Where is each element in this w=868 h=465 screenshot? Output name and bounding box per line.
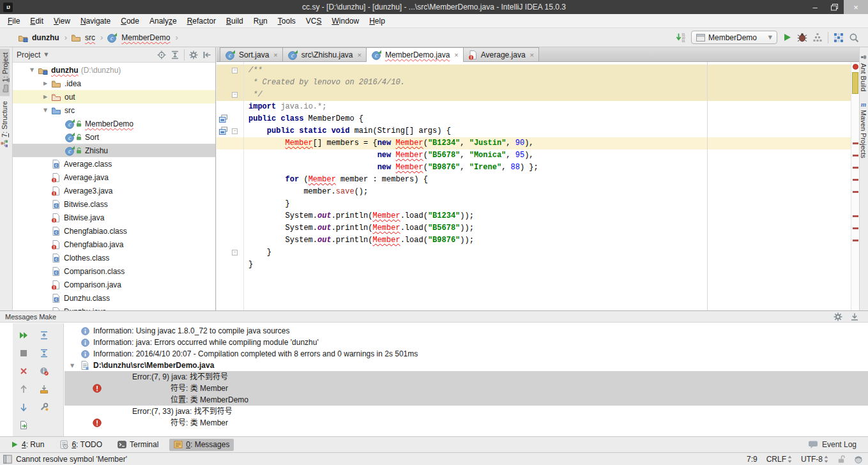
collapse-all-icon[interactable] (171, 50, 179, 59)
tree-item-average3-java[interactable]: Average3.java (13, 184, 215, 197)
minimize-button[interactable]: – (805, 0, 825, 14)
gear-icon[interactable] (189, 50, 198, 59)
tree-item-clothes-class[interactable]: cClothes.class (13, 251, 215, 264)
tree-item-sort[interactable]: cSort (13, 130, 215, 144)
menu-item-vcs[interactable]: VCS (301, 15, 327, 27)
error-stripe-mark[interactable] (853, 191, 858, 193)
changes-grid-icon[interactable] (834, 33, 844, 43)
editor-tab-memberdemo-java[interactable]: cMemberDemo.java× (366, 47, 464, 62)
editor-tab-src-zhishu-java[interactable]: csrc\Zhishu.java× (282, 47, 367, 61)
export-button[interactable] (18, 419, 29, 431)
chevron-down-icon[interactable]: ▼ (44, 52, 48, 57)
tool-strip-tab-project[interactable]: 1: Project (0, 49, 10, 96)
code-line[interactable]: new Member("B5678", "Monica", 95), (217, 149, 859, 162)
tree-expanded-arrow-icon[interactable]: ▼ (68, 363, 76, 369)
coverage-button[interactable] (812, 33, 823, 42)
code-line[interactable]: member.save(); (217, 186, 859, 198)
rerun-button[interactable] (18, 330, 29, 341)
tool-strip-tab-maven-projects[interactable]: mMaven Projects (860, 98, 867, 162)
tree-item-src[interactable]: ▼src (13, 103, 215, 117)
editor-body[interactable]: −/** * Created by lenovo on 2016/4/10.− … (217, 62, 859, 310)
tree-item-memberdemo[interactable]: cMemberDemo (13, 117, 215, 130)
error-stripe-mark[interactable] (853, 155, 858, 156)
error-indicator-icon[interactable] (853, 64, 858, 70)
code-line[interactable]: public class MemberDemo { (217, 113, 859, 125)
code-line[interactable]: System.out.println(Member.load("B9876"))… (217, 234, 859, 247)
locate-icon[interactable] (157, 50, 166, 59)
stop-button[interactable] (18, 347, 29, 359)
tree-item-chengfabiao-class[interactable]: cChengfabiao.class (13, 224, 215, 238)
tool-strip-tab-structure[interactable]: 7: Structure (0, 97, 9, 151)
code-line[interactable]: } (217, 259, 859, 271)
restore-button[interactable] (825, 0, 844, 14)
tree-item-zhishu[interactable]: cZhishu (13, 144, 215, 157)
close-tab-icon[interactable]: × (273, 51, 277, 59)
tree-item-bitwise-class[interactable]: cBitwise.class (13, 197, 215, 211)
previous-message-button[interactable] (18, 383, 29, 395)
code-line[interactable]: − public static void main(String[] args)… (217, 125, 859, 137)
code-line[interactable]: Member[] members = {new Member("B1234", … (217, 137, 859, 149)
implemented-marker-icon[interactable] (218, 114, 228, 123)
menu-item-navigate[interactable]: Navigate (75, 15, 116, 27)
tree-item-bitwise-java[interactable]: Bitwise.java (13, 211, 215, 224)
toggle-toolwindows-icon[interactable] (3, 455, 12, 464)
message-error-node[interactable]: Error:(7, 33) java: 找不到符号符号: 类 Member (65, 406, 868, 429)
breadcrumb-item-memberdemo[interactable]: MemberDemo (121, 33, 170, 42)
collapse-all-button[interactable] (38, 347, 50, 359)
gear-icon[interactable] (834, 312, 842, 321)
menu-item-run[interactable]: Run (248, 15, 273, 27)
export-to-file-button[interactable] (38, 383, 50, 395)
tree-item-dunzhu-class[interactable]: cDunzhu.class (13, 291, 215, 305)
implemented-marker-icon[interactable] (218, 126, 228, 135)
tree-item-average-java[interactable]: Average.java (13, 171, 215, 184)
search-icon[interactable] (849, 33, 859, 43)
caret-position[interactable]: 7:9 (747, 455, 758, 464)
tree-item--idea[interactable]: ▶.idea (13, 77, 215, 90)
close-tab-icon[interactable]: × (454, 51, 458, 59)
menu-item-help[interactable]: Help (364, 15, 390, 27)
tree-expanded-arrow-icon[interactable]: ▼ (40, 107, 50, 113)
error-stripe[interactable] (851, 62, 859, 310)
code-line[interactable]: } (217, 198, 859, 210)
tree-item-out[interactable]: ▶out (13, 90, 215, 103)
fold-marker-icon[interactable]: − (232, 92, 238, 98)
tree-expanded-arrow-icon[interactable]: ▼ (27, 67, 37, 73)
editor-tab-average-java[interactable]: Average.java× (463, 47, 539, 61)
settings-button[interactable] (38, 401, 50, 413)
next-message-button[interactable] (18, 401, 29, 413)
code-line[interactable]: for (Member member : members) { (217, 174, 859, 186)
breadcrumb-item-dunzhu[interactable]: dunzhu (32, 33, 59, 42)
code-line[interactable]: System.out.println(Member.load("B1234"))… (217, 210, 859, 222)
tree-item-average-class[interactable]: cAverage.class (13, 157, 215, 171)
code-line[interactable]: import java.io.*; (217, 101, 859, 113)
hide-info-button[interactable] (38, 365, 50, 377)
tree-item-dunzhu-java[interactable]: Dunzhu.java (13, 305, 215, 310)
toolwindow-button-6--todo[interactable]: 6: TODO (55, 439, 107, 451)
hide-window-icon[interactable] (850, 312, 859, 321)
tree-item-chengfabiao-java[interactable]: Chengfabiao.java (13, 238, 215, 251)
tool-strip-tab-ant-build[interactable]: Ant Build (860, 50, 867, 95)
code-line[interactable]: System.out.println(Member.load("B5678"))… (217, 222, 859, 234)
hide-panel-icon[interactable] (202, 50, 211, 59)
debug-button[interactable] (797, 33, 807, 42)
menu-item-view[interactable]: View (49, 15, 75, 27)
close-tab-icon[interactable]: × (530, 51, 534, 59)
expand-all-button[interactable] (38, 330, 50, 341)
code-line[interactable]: − */ (217, 89, 859, 101)
unlock-icon[interactable] (837, 455, 845, 464)
fold-marker-icon[interactable]: − (232, 250, 238, 255)
tree-item-comparison-class[interactable]: cComparison.class (13, 264, 215, 278)
toolwindow-button-4--run[interactable]: 4: Run (6, 439, 49, 451)
message-error-node[interactable]: Error:(7, 9) java: 找不到符号符号: 类 Member位置: … (65, 371, 868, 406)
code-line[interactable]: −/** (217, 65, 859, 77)
error-stripe-mark[interactable] (853, 227, 858, 229)
tree-item-dunzhu[interactable]: ▼dunzhu(D:\dunzhu) (13, 63, 215, 77)
menu-item-tools[interactable]: Tools (273, 15, 301, 27)
tree-collapsed-arrow-icon[interactable]: ▶ (40, 94, 50, 100)
fold-marker-icon[interactable]: − (232, 68, 238, 73)
message-info-row[interactable]: Information: 2016/4/10 20:07 - Compilati… (65, 348, 868, 360)
scrollbar-thumb[interactable] (852, 72, 858, 94)
code-line[interactable]: − } (217, 247, 859, 259)
hector-inspector-icon[interactable] (854, 455, 863, 464)
code-line[interactable]: * Created by lenovo on 2016/4/10. (217, 77, 859, 89)
